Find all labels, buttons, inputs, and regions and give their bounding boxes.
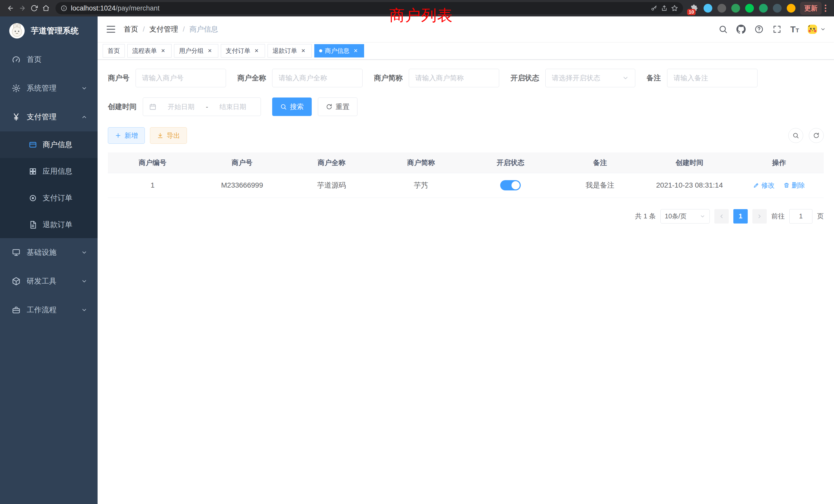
fullscreen-icon[interactable]	[772, 25, 782, 34]
sidebar-collapse-icon[interactable]	[106, 24, 116, 35]
browser-forward-icon[interactable]	[17, 2, 28, 14]
user-avatar-menu[interactable]	[808, 25, 826, 34]
close-icon[interactable]: ×	[300, 47, 307, 54]
browser-back-icon[interactable]	[5, 2, 17, 14]
column-header: 操作	[734, 153, 824, 173]
sidebar-item-payment-management[interactable]: 支付管理	[0, 102, 97, 131]
input-wrapper	[667, 69, 758, 87]
bookmark-star-icon[interactable]	[671, 5, 678, 12]
app-logo[interactable]: 芋道管理系统	[0, 17, 97, 45]
dashboard-icon	[12, 55, 21, 64]
breadcrumb-home[interactable]: 首页	[124, 24, 138, 34]
toggle-search-button[interactable]	[788, 128, 803, 143]
extension-icon-1[interactable]	[704, 4, 712, 13]
field-label: 创建时间	[108, 102, 137, 112]
pagination: 共 1 条 10条/页 1 前往 页	[108, 209, 824, 224]
search-icon[interactable]	[719, 25, 728, 34]
page-number-button[interactable]: 1	[733, 209, 748, 224]
sidebar-item-refund-orders[interactable]: 退款订单	[0, 211, 97, 238]
font-size-icon[interactable]: TT	[790, 24, 799, 35]
tab-user-group[interactable]: 用户分组 ×	[174, 44, 218, 58]
goto-page-input[interactable]	[789, 209, 812, 224]
sidebar-item-home[interactable]: 首页	[0, 45, 97, 74]
prev-page-button[interactable]	[714, 209, 729, 224]
edit-link[interactable]: 修改	[753, 181, 775, 190]
chevron-up-icon	[81, 114, 87, 120]
sidebar-item-dev-tools[interactable]: 研发工具	[0, 267, 97, 296]
extension-icon-2[interactable]	[718, 4, 726, 13]
extensions-area: 10	[687, 4, 798, 13]
github-icon[interactable]	[737, 25, 746, 34]
date-range-separator: -	[206, 103, 208, 111]
sidebar-item-label: 支付管理	[27, 112, 57, 122]
tab-merchant-info[interactable]: 商户信息 ×	[314, 44, 364, 58]
browser-home-icon[interactable]	[40, 2, 52, 14]
page-content: 商户号 商户全称 商户简称	[97, 60, 834, 504]
tab-refund-orders[interactable]: 退款订单 ×	[267, 44, 312, 58]
browser-update-button[interactable]: 更新	[800, 2, 822, 15]
page-size-select[interactable]: 10条/页	[660, 209, 710, 224]
close-icon[interactable]: ×	[206, 47, 213, 54]
page-annotation-title: 商户列表	[389, 5, 453, 26]
extension-icon-7[interactable]	[787, 4, 795, 13]
table-header-row: 商户编号 商户号 商户全称 商户简称 开启状态 备注 创建时间 操作	[108, 153, 824, 173]
sidebar-item-merchant-info[interactable]: 商户信息	[0, 131, 97, 158]
merchant-short-name-input[interactable]	[415, 74, 493, 82]
close-icon[interactable]: ×	[159, 47, 167, 54]
next-page-button[interactable]	[752, 209, 767, 224]
search-button[interactable]: 搜索	[272, 97, 312, 116]
input-wrapper	[136, 69, 226, 87]
extension-icon-4[interactable]	[745, 4, 754, 13]
remark-input[interactable]	[674, 74, 751, 82]
sidebar: 芋道管理系统 首页 系统管理 支付管理 商户信息	[0, 17, 97, 504]
site-info-icon[interactable]	[61, 5, 67, 12]
sidebar-item-workflow[interactable]: 工作流程	[0, 296, 97, 324]
cell-short-name: 芋艿	[376, 173, 466, 198]
main-area: 首页 / 支付管理 / 商户信息 TT	[97, 17, 834, 504]
merchant-no-input[interactable]	[142, 74, 220, 82]
help-icon[interactable]	[754, 25, 764, 34]
table-toolbar: 新增 导出	[108, 127, 824, 144]
extension-icon-6[interactable]	[773, 4, 782, 13]
cell-actions: 修改 删除	[734, 173, 824, 198]
trash-icon	[784, 182, 790, 188]
close-icon[interactable]: ×	[352, 47, 359, 54]
breadcrumb-payment[interactable]: 支付管理	[150, 24, 178, 34]
export-button[interactable]: 导出	[150, 127, 187, 144]
tab-process-form[interactable]: 流程表单 ×	[127, 44, 172, 58]
tab-payment-orders[interactable]: 支付订单 ×	[221, 44, 265, 58]
url-host: localhost:1024	[71, 4, 115, 12]
filter-merchant-no: 商户号	[108, 69, 226, 87]
extension-icon-3[interactable]	[731, 4, 740, 13]
extension-icon-5[interactable]	[759, 4, 768, 13]
chevron-down-icon	[81, 278, 87, 284]
address-bar[interactable]: localhost:1024/pay/merchant	[56, 2, 683, 14]
add-button[interactable]: 新增	[108, 127, 145, 144]
column-header: 商户简称	[376, 153, 466, 173]
status-toggle[interactable]	[500, 180, 521, 190]
date-range-picker[interactable]: 开始日期 - 结束日期	[143, 97, 261, 116]
browser-menu-icon[interactable]	[822, 5, 829, 12]
extension-puzzle-icon[interactable]: 10	[690, 4, 698, 13]
field-label: 开启状态	[510, 73, 539, 83]
column-header: 备注	[555, 153, 645, 173]
sidebar-item-app-info[interactable]: 应用信息	[0, 158, 97, 185]
sidebar-item-infrastructure[interactable]: 基础设施	[0, 238, 97, 267]
filter-merchant-short-name: 商户简称	[374, 69, 499, 87]
refresh-table-button[interactable]	[809, 128, 824, 143]
chevron-left-icon	[719, 213, 725, 220]
close-icon[interactable]: ×	[253, 47, 260, 54]
cube-icon	[12, 277, 21, 285]
gear-icon	[12, 84, 21, 93]
sidebar-item-payment-orders[interactable]: 支付订单	[0, 185, 97, 211]
sidebar-item-system-management[interactable]: 系统管理	[0, 74, 97, 102]
browser-reload-icon[interactable]	[28, 2, 40, 14]
delete-link[interactable]: 删除	[784, 181, 805, 190]
password-key-icon[interactable]	[651, 5, 657, 12]
merchant-full-name-input[interactable]	[279, 74, 356, 82]
cell-merchant-no: M233666999	[197, 173, 287, 198]
share-icon[interactable]	[661, 5, 667, 12]
reset-button[interactable]: 重置	[318, 97, 357, 116]
status-select[interactable]: 请选择开启状态	[545, 69, 635, 87]
tab-home[interactable]: 首页	[103, 44, 125, 58]
